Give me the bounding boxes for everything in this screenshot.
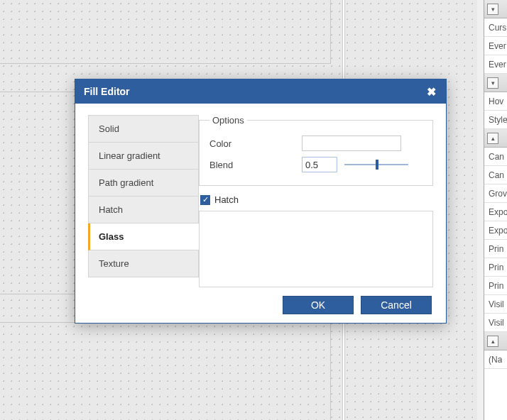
property-panel: ▾ Curs Ever Ever ▾ Hov Style ▴ Can Can G… bbox=[484, 0, 507, 420]
blend-input[interactable] bbox=[302, 157, 337, 172]
tab-texture[interactable]: Texture bbox=[88, 250, 199, 277]
tab-glass[interactable]: Glass bbox=[88, 223, 199, 250]
fill-editor-dialog: Fill Editor ✖ Solid Linear gradient Path… bbox=[75, 79, 447, 324]
blend-slider[interactable] bbox=[344, 157, 408, 172]
prop-row[interactable]: Visil bbox=[484, 295, 507, 314]
prop-row[interactable]: Prin bbox=[484, 240, 507, 258]
tab-list: Solid Linear gradient Path gradient Hatc… bbox=[88, 115, 199, 287]
prop-row[interactable]: Curs bbox=[484, 18, 507, 37]
tab-content: Options Color Blend ✓ Hatch bbox=[199, 115, 433, 287]
dialog-title: Fill Editor bbox=[84, 86, 130, 97]
prop-row[interactable]: Prin bbox=[484, 277, 507, 295]
prop-section-header[interactable]: ▴ bbox=[484, 332, 507, 350]
color-picker[interactable] bbox=[302, 136, 401, 151]
tab-hatch[interactable]: Hatch bbox=[88, 197, 199, 223]
dialog-titlebar[interactable]: Fill Editor ✖ bbox=[75, 79, 446, 104]
hatch-label: Hatch bbox=[214, 194, 239, 205]
prop-row[interactable]: Grov bbox=[484, 184, 507, 203]
tab-linear-gradient[interactable]: Linear gradient bbox=[88, 143, 199, 170]
canvas-shape[interactable] bbox=[0, 322, 331, 420]
prop-row[interactable]: Visil bbox=[484, 314, 507, 332]
hatch-checkbox[interactable]: ✓ bbox=[200, 195, 210, 205]
chevron-down-icon[interactable]: ▾ bbox=[487, 77, 498, 89]
prop-section-header[interactable]: ▾ bbox=[484, 74, 507, 92]
prop-row[interactable]: Ever bbox=[484, 55, 507, 74]
preview-area bbox=[199, 211, 433, 287]
prop-row[interactable]: Ever bbox=[484, 37, 507, 55]
prop-row[interactable]: Expo bbox=[484, 221, 507, 240]
options-legend: Options bbox=[209, 115, 247, 126]
prop-section-header[interactable]: ▾ bbox=[484, 0, 507, 18]
dialog-footer: OK Cancel bbox=[75, 287, 446, 323]
close-icon[interactable]: ✖ bbox=[425, 85, 437, 98]
prop-row[interactable]: (Na bbox=[484, 350, 507, 369]
blend-label: Blend bbox=[209, 160, 302, 170]
canvas-shape[interactable] bbox=[0, 0, 331, 64]
chevron-down-icon[interactable]: ▾ bbox=[487, 4, 498, 15]
cancel-button[interactable]: Cancel bbox=[361, 296, 432, 314]
options-group: Options Color Blend bbox=[199, 115, 433, 186]
color-label: Color bbox=[209, 138, 302, 149]
prop-row[interactable]: Can bbox=[484, 166, 507, 184]
tab-path-gradient[interactable]: Path gradient bbox=[88, 170, 199, 197]
prop-row[interactable]: Can bbox=[484, 148, 507, 166]
chevron-up-icon[interactable]: ▴ bbox=[487, 133, 498, 144]
chevron-up-icon[interactable]: ▴ bbox=[487, 336, 498, 347]
prop-row[interactable]: Style bbox=[484, 111, 507, 129]
prop-row[interactable]: Hov bbox=[484, 92, 507, 111]
prop-row[interactable]: Prin bbox=[484, 258, 507, 277]
slider-thumb[interactable] bbox=[376, 160, 378, 170]
ok-button[interactable]: OK bbox=[283, 296, 354, 314]
prop-section-header[interactable]: ▴ bbox=[484, 129, 507, 148]
tab-solid[interactable]: Solid bbox=[88, 116, 199, 143]
prop-row[interactable]: Expo bbox=[484, 203, 507, 221]
